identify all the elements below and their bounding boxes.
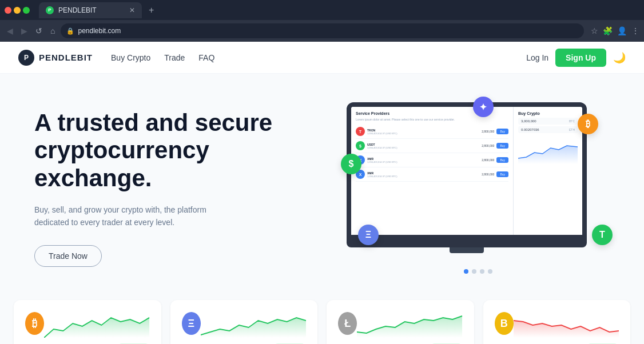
- laptop-panel-subtitle: Lorem ipsum dolor sit amet. Please selec…: [356, 118, 508, 121]
- new-tab-icon[interactable]: +: [149, 5, 154, 15]
- right-panel-chart: [518, 135, 578, 164]
- laptop-left-panel: Service Providers Lorem ipsum dolor sit …: [351, 107, 514, 235]
- carousel-dot-2[interactable]: [472, 269, 476, 274]
- profile-icon[interactable]: 👤: [617, 26, 627, 35]
- input-currency-1: BTC: [569, 119, 575, 123]
- logo-text: PENDLEBIT: [39, 53, 93, 62]
- tab-close-icon[interactable]: ✕: [129, 6, 135, 14]
- input-row-2: 0.00207036 ETH: [518, 126, 578, 133]
- hero-subtitle: Buy, sell, and grow your crypto with, th…: [34, 203, 217, 229]
- crypto-info-4: XMR 1,094,403,614.97 (USD BTC): [367, 171, 479, 178]
- ltc-icon: Ł: [338, 312, 357, 335]
- buy-btn-4[interactable]: Buy: [496, 171, 508, 177]
- svg-marker-0: [518, 146, 578, 164]
- input-value-1: 3,000,000: [521, 119, 569, 123]
- input-value-2: 0.00207036: [521, 128, 569, 131]
- crypto-price-sm-1: 2,800,000: [482, 130, 494, 133]
- laptop-stand: [450, 247, 484, 253]
- dollar-icon: $: [341, 154, 361, 174]
- laptop-container: Service Providers Lorem ipsum dolor sit …: [347, 102, 587, 262]
- hero-visual: ✦ $ ₿ Ξ T Service Providers Lorem ipsum …: [347, 102, 610, 274]
- address-bar-row: ◀ ▶ ↺ ⌂ 🔒 pendlebit.com ☆ 🧩 👤 ⋮: [0, 20, 644, 42]
- browser-close-btn[interactable]: [5, 7, 11, 14]
- lock-icon: 🔒: [66, 27, 74, 35]
- signup-button[interactable]: Sign Up: [555, 49, 606, 67]
- trade-now-button[interactable]: Trade Now: [34, 245, 102, 267]
- bnb-icon: B: [495, 312, 514, 335]
- svg-marker-3: [357, 316, 462, 338]
- cards-row: ₿ Bitcoin + 0.: [14, 300, 630, 344]
- crypto-val-sm-3: 1,094,403,614.97 (USD BTC): [367, 161, 479, 163]
- btc-chart: [44, 309, 149, 338]
- crypto-val-sm-1: 1,094,403,614.97 (USD BTC): [367, 132, 479, 135]
- carousel-dot-3[interactable]: [480, 269, 484, 274]
- menu-icon[interactable]: ⋮: [631, 26, 639, 35]
- crypto-val-sm-2: 1,094,403,614.97 (USD BTC): [367, 146, 479, 149]
- address-bar[interactable]: 🔒 pendlebit.com: [61, 23, 584, 38]
- buy-btn-2[interactable]: Buy: [496, 143, 508, 149]
- reload-button[interactable]: ↺: [33, 24, 45, 38]
- laptop-crypto-row-2: $ USDT 1,094,403,614.97 (USD BTC) 2,800,…: [356, 139, 508, 153]
- crypto-card-eth: Ξ Ethereum + 2: [170, 300, 318, 344]
- laptop-crypto-row-1: T TRON 1,094,403,614.97 (USD BTC) 2,800,…: [356, 125, 508, 139]
- usdt-icon-sm: $: [356, 141, 365, 150]
- crypto-val-sm-4: 1,094,403,614.97 (USD BTC): [367, 175, 479, 178]
- logo: P PENDLEBIT: [18, 50, 93, 66]
- tron-float-icon: T: [592, 225, 613, 245]
- bnb-chart: [514, 309, 619, 338]
- tab-title: PENDLEBIT: [58, 6, 97, 14]
- browser-max-btn[interactable]: [23, 7, 30, 14]
- crypto-price-sm-2: 2,800,000: [482, 144, 494, 147]
- extensions-icon[interactable]: 🧩: [603, 26, 613, 35]
- browser-chrome: P PENDLEBIT ✕ +: [0, 0, 644, 20]
- laptop-base: [347, 239, 587, 247]
- crypto-card-btc: ₿ Bitcoin + 0.: [14, 300, 161, 344]
- address-text: pendlebit.com: [78, 27, 121, 35]
- crypto-card-ltc: Ł Litecoin + 3: [327, 300, 474, 344]
- input-row-1: 3,000,000 BTC: [518, 118, 578, 125]
- buy-btn-1[interactable]: Buy: [496, 129, 508, 134]
- tab-favicon: P: [46, 6, 54, 14]
- back-button[interactable]: ◀: [5, 24, 15, 38]
- star-icon: ✦: [473, 97, 494, 117]
- laptop-screen-inner: Service Providers Lorem ipsum dolor sit …: [351, 107, 582, 235]
- site-nav: P PENDLEBIT Buy Crypto Trade FAQ Log In …: [0, 42, 644, 74]
- nav-trade[interactable]: Trade: [164, 53, 185, 62]
- dark-mode-toggle[interactable]: 🌙: [613, 51, 626, 64]
- laptop-crypto-row-3: X XMR 1,094,403,614.97 (USD BTC) 2,800,0…: [356, 153, 508, 167]
- nav-buy-crypto[interactable]: Buy Crypto: [111, 53, 150, 62]
- buy-crypto-label: Buy Crypto: [518, 111, 578, 115]
- laptop-crypto-row-4: X XMR 1,094,403,614.97 (USD BTC) 2,800,0…: [356, 167, 508, 182]
- hero-left: A trusted and secure cryptocurrency exch…: [34, 109, 286, 267]
- nav-links: Buy Crypto Trade FAQ: [111, 53, 214, 62]
- crypto-info-3: XMR 1,094,403,614.97 (USD BTC): [367, 157, 479, 163]
- input-currency-2: ETH: [569, 128, 575, 131]
- hero-title: A trusted and secure cryptocurrency exch…: [34, 109, 286, 192]
- bookmark-icon[interactable]: ☆: [591, 26, 598, 35]
- home-button[interactable]: ⌂: [48, 24, 57, 38]
- buy-btn-3[interactable]: Buy: [496, 157, 508, 163]
- btc-icon: ₿: [25, 312, 44, 335]
- crypto-card-bnb: B BNB + 0.75%: [483, 300, 631, 344]
- login-button[interactable]: Log In: [526, 53, 548, 62]
- crypto-info-1: TRON 1,094,403,614.97 (USD BTC): [367, 129, 479, 135]
- bitcoin-float-icon: ₿: [578, 114, 598, 134]
- ltc-chart: [357, 309, 462, 338]
- nav-faq[interactable]: FAQ: [198, 53, 214, 62]
- toolbar-icons: ☆ 🧩 👤 ⋮: [591, 26, 639, 35]
- laptop-screen: Service Providers Lorem ipsum dolor sit …: [347, 102, 587, 239]
- carousel-dot-4[interactable]: [488, 269, 492, 274]
- browser-min-btn[interactable]: [14, 7, 21, 14]
- tron-icon-sm: T: [356, 127, 365, 136]
- carousel-dots: [347, 269, 610, 274]
- laptop-right-panel: Buy Crypto 3,000,000 BTC 0.00207036 ETH: [514, 107, 582, 235]
- eth-icon: Ξ: [182, 312, 201, 335]
- crypto-price-sm-4: 2,800,000: [482, 173, 494, 176]
- forward-button[interactable]: ▶: [19, 24, 30, 38]
- logo-icon: P: [18, 50, 34, 66]
- crypto-price-sm-3: 2,800,000: [482, 158, 494, 162]
- browser-tab[interactable]: P PENDLEBIT ✕: [39, 2, 142, 18]
- carousel-dot-1[interactable]: [464, 269, 468, 274]
- eth-chart: [201, 309, 306, 338]
- crypto-info-2: USDT 1,094,403,614.97 (USD BTC): [367, 143, 479, 149]
